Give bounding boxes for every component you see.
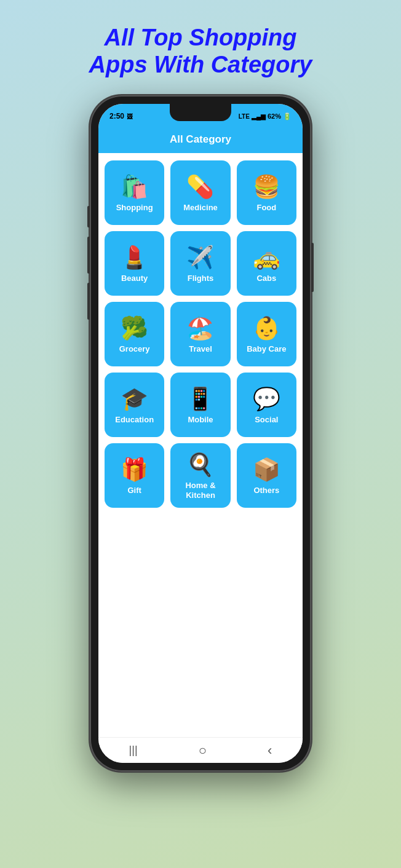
shopping-icon: 🛍️: [121, 176, 148, 198]
phone-screen: 2:50 🖼 LTE ▂▄▆ 62% 🔋 All Category 🛍️Shop…: [98, 104, 303, 763]
flights-label: Flights: [188, 274, 214, 283]
medicine-icon: 💊: [186, 176, 214, 198]
category-item-medicine[interactable]: 💊Medicine: [170, 160, 230, 225]
beauty-icon: 💄: [121, 247, 148, 269]
shopping-label: Shopping: [116, 203, 153, 213]
baby-care-label: Baby Care: [247, 344, 286, 354]
signal-bars-icon: ▂▄▆: [252, 113, 266, 120]
category-item-food[interactable]: 🍔Food: [237, 160, 296, 225]
power-button: [311, 243, 314, 292]
home-kitchen-icon: 🍳: [186, 454, 214, 476]
gift-label: Gift: [127, 486, 141, 495]
app-content: 🛍️Shopping💊Medicine🍔Food💄Beauty✈️Flights…: [98, 153, 303, 737]
cabs-icon: 🚕: [253, 247, 280, 269]
app-header: All Category: [98, 128, 303, 153]
category-item-cabs[interactable]: 🚕Cabs: [237, 231, 296, 296]
others-icon: 📦: [253, 459, 280, 481]
beauty-label: Beauty: [121, 274, 148, 283]
headline: All Top Shopping Apps With Category: [71, 25, 331, 78]
category-item-education[interactable]: 🎓Education: [105, 373, 164, 437]
category-item-grocery[interactable]: 🥦Grocery: [105, 302, 164, 366]
bottom-nav-bar: ||| ○ ‹: [98, 737, 303, 763]
nav-recents-icon[interactable]: |||: [129, 744, 138, 757]
gift-icon: 🎁: [121, 459, 148, 481]
flights-icon: ✈️: [186, 247, 214, 269]
food-label: Food: [256, 203, 276, 213]
category-item-social[interactable]: 💬Social: [237, 373, 296, 437]
volume-up-button: [87, 237, 90, 274]
grocery-label: Grocery: [119, 344, 150, 354]
nav-back-icon[interactable]: ‹: [268, 743, 272, 759]
category-item-mobile[interactable]: 📱Mobile: [170, 373, 230, 437]
home-kitchen-label: Home & Kitchen: [174, 481, 226, 500]
category-item-baby-care[interactable]: 👶Baby Care: [237, 302, 296, 366]
food-icon: 🍔: [253, 176, 280, 198]
category-item-beauty[interactable]: 💄Beauty: [105, 231, 164, 296]
baby-care-icon: 👶: [253, 317, 280, 339]
social-label: Social: [255, 415, 278, 425]
travel-icon: 🏖️: [186, 317, 214, 339]
education-icon: 🎓: [121, 388, 148, 410]
app-header-title: All Category: [98, 133, 303, 146]
photo-icon: 🖼: [127, 113, 133, 120]
phone-wrapper: 2:50 🖼 LTE ▂▄▆ 62% 🔋 All Category 🛍️Shop…: [90, 95, 311, 771]
category-item-others[interactable]: 📦Others: [237, 443, 296, 508]
mobile-label: Mobile: [188, 415, 213, 425]
status-bar: 2:50 🖼 LTE ▂▄▆ 62% 🔋: [98, 104, 303, 128]
status-right: LTE ▂▄▆ 62% 🔋: [239, 112, 292, 120]
social-icon: 💬: [253, 388, 280, 410]
battery-icon: 🔋: [283, 112, 292, 120]
mobile-icon: 📱: [186, 388, 214, 410]
category-item-gift[interactable]: 🎁Gift: [105, 443, 164, 508]
education-label: Education: [115, 415, 154, 425]
others-label: Others: [253, 486, 279, 495]
categories-grid: 🛍️Shopping💊Medicine🍔Food💄Beauty✈️Flights…: [105, 160, 296, 508]
grocery-icon: 🥦: [121, 317, 148, 339]
nav-home-icon[interactable]: ○: [199, 743, 207, 759]
cabs-label: Cabs: [256, 274, 276, 283]
category-item-home-kitchen[interactable]: 🍳Home & Kitchen: [170, 443, 230, 508]
volume-down-button: [87, 283, 90, 320]
medicine-label: Medicine: [183, 203, 218, 213]
category-item-travel[interactable]: 🏖️Travel: [170, 302, 230, 366]
category-item-flights[interactable]: ✈️Flights: [170, 231, 230, 296]
travel-label: Travel: [189, 344, 212, 354]
category-item-shopping[interactable]: 🛍️Shopping: [105, 160, 164, 225]
status-time: 2:50 🖼: [109, 112, 133, 120]
volume-mute-button: [87, 206, 90, 227]
notch: [170, 104, 231, 121]
